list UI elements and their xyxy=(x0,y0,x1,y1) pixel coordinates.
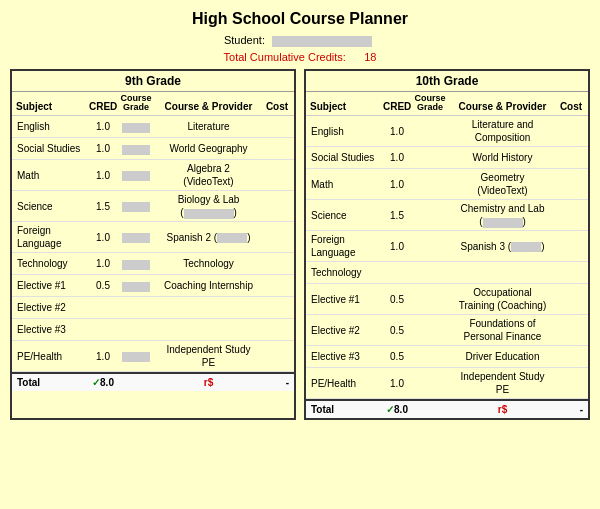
table-row: English 1.0 Literature xyxy=(12,116,294,138)
table-row: PE/Health 1.0 Independent StudyPE xyxy=(12,341,294,372)
total-cred: ✓8.0 xyxy=(383,403,411,416)
table-row: Technology xyxy=(306,262,588,284)
table-row: Science 1.5 Chemistry and Lab() xyxy=(306,200,588,231)
subject-cell: Elective #3 xyxy=(308,350,383,363)
course-cell: Algebra 2(VideoText) xyxy=(155,162,262,188)
grade-cell xyxy=(117,142,155,155)
cred-cell: 1.5 xyxy=(89,200,117,213)
course-cell: Spanish 3 () xyxy=(449,240,556,253)
subject-cell: Technology xyxy=(14,257,89,270)
subject-cell: Social Studies xyxy=(308,151,383,164)
table-row: Elective #2 0.5 Foundations ofPersonal F… xyxy=(306,315,588,346)
cred-cell: 0.5 xyxy=(383,324,411,337)
table-row: Elective #1 0.5 OccupationalTraining (Co… xyxy=(306,284,588,315)
page-title: High School Course Planner xyxy=(10,10,590,28)
subject-cell: Foreign Language xyxy=(14,224,89,250)
subject-cell: Foreign Language xyxy=(308,233,383,259)
grade9-grade-header: Course Grade xyxy=(117,94,155,114)
table-row: Elective #3 0.5 Driver Education xyxy=(306,346,588,368)
grade10-col-headers: Subject CRED Course Grade Course & Provi… xyxy=(306,92,588,117)
subject-cell: Science xyxy=(308,209,383,222)
grade9-header: 9th Grade xyxy=(12,71,294,92)
subject-cell: Math xyxy=(308,178,383,191)
cred-cell: 0.5 xyxy=(383,350,411,363)
table-row: Social Studies 1.0 World History xyxy=(306,147,588,169)
table-row: Math 1.0 Algebra 2(VideoText) xyxy=(12,160,294,191)
student-info: Student: xyxy=(10,34,590,47)
subject-cell: Technology xyxy=(308,266,383,279)
credits-line: Total Cumulative Credits: 18 xyxy=(10,51,590,63)
grade9-cost-header: Cost xyxy=(262,101,292,113)
course-cell: OccupationalTraining (Coaching) xyxy=(449,286,556,312)
cred-cell: 1.5 xyxy=(383,209,411,222)
table-row: Elective #2 xyxy=(12,297,294,319)
table-row: Elective #1 0.5 Coaching Internship xyxy=(12,275,294,297)
grade9-cred-header: CRED xyxy=(89,101,117,113)
total-row: Total ✓8.0 r$ - xyxy=(306,399,588,418)
grade-cell xyxy=(117,257,155,270)
table-row: PE/Health 1.0 Independent StudyPE xyxy=(306,368,588,399)
subject-cell: Elective #2 xyxy=(308,324,383,337)
cred-cell: 1.0 xyxy=(89,257,117,270)
total-label: Total xyxy=(308,403,383,416)
subject-cell: Elective #1 xyxy=(308,293,383,306)
total-cred: ✓8.0 xyxy=(89,376,117,389)
grade9-subject-header: Subject xyxy=(14,101,89,113)
cred-cell: 1.0 xyxy=(383,178,411,191)
course-cell: Foundations ofPersonal Finance xyxy=(449,317,556,343)
student-name-placeholder xyxy=(272,36,372,47)
grade9-provider-header: Course & Provider xyxy=(155,101,262,113)
total-course: r$ xyxy=(449,403,556,416)
course-cell: Technology xyxy=(155,257,262,270)
cred-cell: 0.5 xyxy=(383,293,411,306)
cred-cell: 1.0 xyxy=(383,377,411,390)
grade10-provider-header: Course & Provider xyxy=(449,101,556,113)
grade-cell xyxy=(117,120,155,133)
table-row: Technology 1.0 Technology xyxy=(12,253,294,275)
grade10-header: 10th Grade xyxy=(306,71,588,92)
course-cell: Independent StudyPE xyxy=(155,343,262,369)
grade10-cost-header: Cost xyxy=(556,101,586,113)
course-cell: Chemistry and Lab() xyxy=(449,202,556,228)
table-row: Social Studies 1.0 World Geography xyxy=(12,138,294,160)
credits-value: 18 xyxy=(364,51,376,63)
total-row: Total ✓8.0 r$ - xyxy=(12,372,294,391)
grade-cell xyxy=(117,279,155,292)
grade-cell xyxy=(117,350,155,363)
grade10-grade-header: Course Grade xyxy=(411,94,449,114)
course-cell: World Geography xyxy=(155,142,262,155)
course-cell: World History xyxy=(449,151,556,164)
grade9-col-headers: Subject CRED Course Grade Course & Provi… xyxy=(12,92,294,117)
subject-cell: Elective #1 xyxy=(14,279,89,292)
cred-cell: 1.0 xyxy=(89,120,117,133)
table-row: Math 1.0 Geometry(VideoText) xyxy=(306,169,588,200)
total-cost: - xyxy=(262,376,292,389)
cred-cell: 1.0 xyxy=(383,125,411,138)
subject-cell: PE/Health xyxy=(14,350,89,363)
grade10-subject-header: Subject xyxy=(308,101,383,113)
course-cell: Literature andComposition xyxy=(449,118,556,144)
grade-cell xyxy=(117,200,155,213)
subject-cell: Elective #2 xyxy=(14,301,89,314)
subject-cell: PE/Health xyxy=(308,377,383,390)
subject-cell: Science xyxy=(14,200,89,213)
cred-cell: 1.0 xyxy=(383,240,411,253)
cred-cell: 1.0 xyxy=(89,231,117,244)
subject-cell: English xyxy=(308,125,383,138)
grade9-table: 9th Grade Subject CRED Course Grade Cour… xyxy=(10,69,296,421)
course-cell: Biology & Lab() xyxy=(155,193,262,219)
credits-label: Total Cumulative Credits: xyxy=(224,51,346,63)
student-label: Student: xyxy=(224,34,265,46)
table-row: Foreign Language 1.0 Spanish 2 () xyxy=(12,222,294,253)
grade-cell xyxy=(117,169,155,182)
grade-cell xyxy=(117,231,155,244)
grades-container: 9th Grade Subject CRED Course Grade Cour… xyxy=(10,69,590,421)
course-cell: Driver Education xyxy=(449,350,556,363)
cred-cell: 1.0 xyxy=(89,169,117,182)
total-label: Total xyxy=(14,376,89,389)
grade10-cred-header: CRED xyxy=(383,101,411,113)
table-row: Science 1.5 Biology & Lab() xyxy=(12,191,294,222)
subject-cell: English xyxy=(14,120,89,133)
course-cell: Coaching Internship xyxy=(155,279,262,292)
course-cell: Independent StudyPE xyxy=(449,370,556,396)
